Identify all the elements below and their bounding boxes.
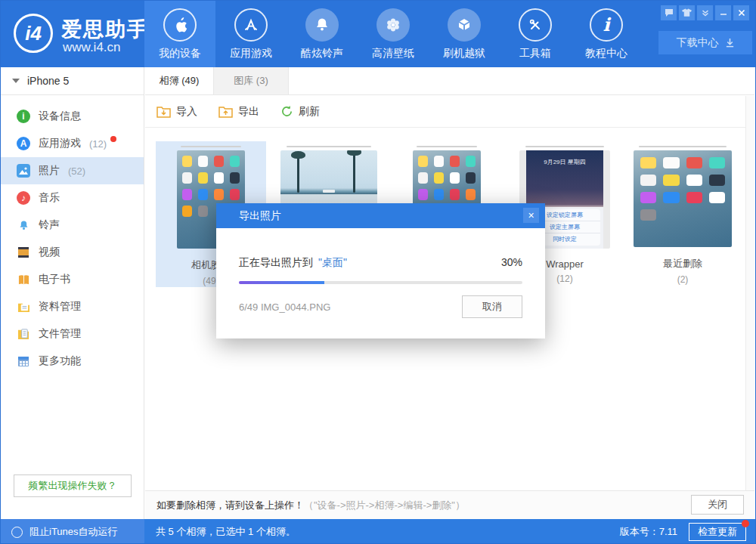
folder-list-icon [17,300,30,314]
status-bar: 阻止iTunes自动运行 共 5 个相簿，已选中 1 个相簿。 版本号：7.11… [1,519,755,544]
refresh-icon [280,105,293,118]
nav-label: 我的设备 [159,47,201,60]
grid-icon [17,354,30,368]
bell-icon [305,8,339,42]
import-button[interactable]: 导入 [156,105,197,119]
album-recently-deleted[interactable]: 最近删除 (2) [627,141,738,287]
notice-bar: 如要删除相簿，请到设备上操作！ （"设备->照片->相簿->编辑->删除"） [145,490,754,519]
flower-icon [376,8,410,42]
delete-notice: 如要删除相簿，请到设备上操作！ [156,499,304,512]
nav-my-devices[interactable]: 我的设备 [144,1,215,67]
device-info-icon: i [17,110,30,123]
download-center-button[interactable]: 下载中心 [658,31,752,54]
minimize-icon[interactable] [715,5,731,20]
photos-icon [17,164,30,178]
close-icon[interactable] [733,5,749,20]
sidebar-item-apps[interactable]: A 应用游戏 (12) [1,130,144,157]
music-icon: ♪ [17,191,30,205]
progress-fill [239,281,324,284]
check-update-button[interactable]: 检查更新 [689,523,746,541]
sidebar-item-ringtones[interactable]: 铃声 [1,212,144,239]
nav-apps-games[interactable]: 应用游戏 [215,1,287,67]
nav-tutorials[interactable]: i 教程中心 [571,1,642,67]
download-icon [725,38,735,48]
open-box-icon [448,8,481,42]
export-destination: "桌面" [318,256,347,270]
feedback-icon[interactable] [661,5,677,20]
video-icon [17,246,30,259]
book-icon [17,273,30,286]
progress-percent: 30% [501,256,522,268]
progress-bar [239,281,522,284]
device-name: iPhone 5 [27,75,69,87]
dialog-close-icon[interactable]: × [523,208,539,223]
export-button[interactable]: 导出 [218,105,259,119]
app-website: www.i4.cn [63,40,121,55]
sidebar-item-data-manager[interactable]: 资料管理 [1,293,144,320]
export-icon [218,106,233,118]
logo-badge: i4 [25,22,42,45]
appstore-icon [234,8,268,42]
album-stack [639,146,727,147]
sidebar-item-videos[interactable]: 视频 [1,239,144,266]
app-title: 爱思助手 [61,16,149,43]
nav-label: 高清壁纸 [372,47,414,60]
album-count: (2) [677,274,689,285]
selection-summary: 共 5 个相簿，已选中 1 个相簿。 [156,519,296,544]
block-itunes-toggle[interactable]: 阻止iTunes自动运行 [1,519,144,544]
scrollbar[interactable] [745,96,754,490]
tab-gallery[interactable]: 图库 (3) [213,67,289,94]
header-bar: i4 爱思助手 www.i4.cn 我的设备 应用游戏 酷炫铃声 [1,1,755,67]
info-icon: i [590,8,623,42]
close-panel-button[interactable]: 关闭 [691,495,744,515]
nav-label: 酷炫铃声 [301,47,343,60]
nav-label: 工具箱 [519,47,551,60]
dialog-titlebar: 导出照片 × [216,203,545,228]
dialog-title: 导出照片 [239,209,281,223]
export-photos-dialog: 导出照片 × 正在导出照片到 "桌面" 30% 6/49 IMG_0044.PN… [216,203,545,338]
operation-failure-help-button[interactable]: 频繁出现操作失败？ [14,474,132,497]
album-name: Wrapper [546,258,584,270]
export-message: 正在导出照片到 [239,256,313,270]
sidebar-item-ebooks[interactable]: 电子书 [1,266,144,293]
nav-label: 刷机越狱 [443,47,485,60]
dialog-body: 正在导出照片到 "桌面" 30% 6/49 IMG_0044.PNG 取消 [216,256,545,318]
sidebar-item-more[interactable]: 更多功能 [1,348,144,375]
sidebar-item-device-info[interactable]: i 设备信息 [1,103,144,130]
nav-label: 教程中心 [585,47,627,60]
import-icon [156,106,171,118]
nav-ringtones[interactable]: 酷炫铃声 [287,1,358,67]
appstore-icon: A [17,137,30,150]
sidebar-item-music[interactable]: ♪ 音乐 [1,184,144,212]
sidebar-item-photos[interactable]: 照片 (52) [1,157,144,184]
minimize-to-tray-icon[interactable] [697,5,713,20]
album-stack [287,146,371,147]
nav-toolbox[interactable]: 工具箱 [500,1,571,67]
album-stack [525,146,604,147]
tab-bar: 相簿 (49) 图库 (3) [145,67,754,95]
chevron-down-icon [12,79,20,83]
apple-icon [163,8,197,42]
album-name: 最近删除 [663,257,702,270]
app-window: i4 爱思助手 www.i4.cn 我的设备 应用游戏 酷炫铃声 [0,0,756,544]
delete-notice-path: （"设备->照片->相簿->编辑->删除"） [304,499,465,512]
folder-file-icon [17,327,30,341]
tools-icon [519,8,552,42]
skin-icon[interactable] [679,5,695,20]
sidebar-menu: i 设备信息 A 应用游戏 (12) 照片 (52) ♪ 音乐 [1,103,144,375]
album-stack [181,146,241,147]
sidebar-item-file-manager[interactable]: 文件管理 [1,320,144,348]
tab-albums[interactable]: 相簿 (49) [145,67,213,94]
refresh-button[interactable]: 刷新 [280,105,320,119]
notification-dot [110,136,116,142]
device-selector[interactable]: iPhone 5 [1,67,144,95]
current-file-status: 6/49 IMG_0044.PNG [239,301,330,313]
version-label: 版本号：7.11 [620,519,677,544]
window-controls [661,5,749,20]
album-stack [417,146,477,147]
cancel-button[interactable]: 取消 [462,295,522,318]
nav-wallpapers[interactable]: 高清壁纸 [358,1,429,67]
album-thumbnail [634,150,732,247]
nav-jailbreak[interactable]: 刷机越狱 [429,1,500,67]
radio-unchecked-icon [11,527,23,538]
